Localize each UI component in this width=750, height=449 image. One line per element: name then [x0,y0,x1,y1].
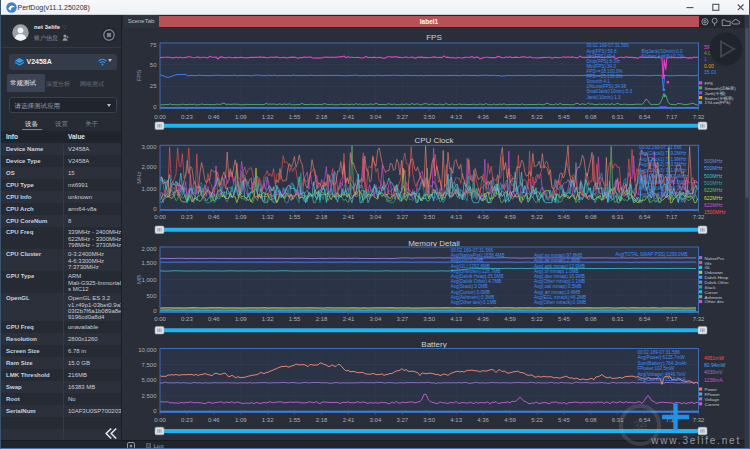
svg-text:7:32: 7:32 [693,114,705,120]
svg-text:2:18: 2:18 [316,316,328,322]
svg-text:0:46: 0:46 [208,417,220,423]
svg-text:Battery: Battery [421,340,446,349]
svg-text:3:27: 3:27 [396,417,408,423]
svg-text:4:36: 4:36 [477,114,489,120]
svg-text:4:36: 4:36 [477,417,489,423]
svg-text:6:08: 6:08 [585,417,597,423]
svg-text:2:18: 2:18 [316,417,328,423]
svg-text:1:32: 1:32 [262,316,274,322]
svg-text:5:45: 5:45 [558,114,570,120]
svg-text:Avg(TOTAL SWAP PSS):1299.0MB: Avg(TOTAL SWAP PSS):1299.0MB [615,252,687,257]
svg-text:2,000: 2,000 [141,164,157,170]
svg-text:4951mW: 4951mW [704,355,724,361]
svg-text:Sum(Battery):764.3mAh: Sum(Battery):764.3mAh [637,361,687,366]
svg-text:75: 75 [150,42,157,48]
svg-text:7:32: 7:32 [693,417,705,423]
svg-text:00:02.169-07:31.566: 00:02.169-07:31.566 [637,350,680,355]
svg-text:622MHz: 622MHz [704,202,723,208]
svg-text:3:27: 3:27 [396,114,408,120]
svg-text:Avg(Clock4):1182.4MHz: Avg(Clock4):1182.4MHz [639,174,689,179]
svg-text:6:54: 6:54 [639,214,651,220]
svg-text:0:00: 0:00 [154,417,166,423]
svg-text:6:31: 6:31 [612,114,624,120]
svg-text:2,500: 2,500 [141,393,157,399]
svg-text:3:04: 3:04 [370,114,382,120]
svg-text:0:00: 0:00 [154,316,166,322]
svg-text:3:27: 3:27 [396,214,408,220]
svg-text:6:54: 6:54 [639,114,651,120]
svg-text:1:55: 1:55 [289,417,301,423]
svg-text:1:32: 1:32 [262,114,274,120]
svg-text:5:22: 5:22 [531,114,543,120]
svg-text:6:08: 6:08 [585,316,597,322]
svg-text:3:50: 3:50 [423,316,435,322]
svg-text:6:31: 6:31 [612,214,624,220]
svg-text:5:22: 5:22 [531,316,543,322]
svg-text:Avg(Power):6125.7mW: Avg(Power):6125.7mW [637,355,685,360]
svg-text:3:04: 3:04 [370,417,382,423]
svg-text:Avg(Clock5):1145.6MHz: Avg(Clock5):1145.6MHz [639,180,689,185]
svg-text:Current: Current [705,402,720,407]
svg-text:5,000: 5,000 [141,377,157,383]
svg-text:4:13: 4:13 [450,417,462,423]
svg-text:0:46: 0:46 [208,114,220,120]
svg-text:Jank(/10min):1.3: Jank(/10min):1.3 [586,95,621,100]
svg-text:5:45: 5:45 [558,316,570,322]
svg-text:0:23: 0:23 [181,316,193,322]
svg-text:1:09: 1:09 [235,114,247,120]
svg-text:5:45: 5:45 [558,214,570,220]
svg-text:1500MHz: 1500MHz [704,209,726,215]
svg-text:7:17: 7:17 [666,214,678,220]
svg-text:10,000: 10,000 [138,347,157,353]
svg-text:1:09: 1:09 [235,316,247,322]
svg-text:Avg(Clock3):741.8MHz: Avg(Clock3):741.8MHz [639,168,687,173]
svg-text:3:50: 3:50 [423,417,435,423]
svg-text:5:22: 5:22 [531,417,543,423]
svg-text:0: 0 [153,104,157,110]
svg-text:6:08: 6:08 [585,214,597,220]
svg-text:Avg(Clock7):1318.2MHz: Avg(Clock7):1318.2MHz [639,192,689,197]
svg-text:7,500: 7,500 [141,362,157,368]
svg-text:1%Low(FPS): 1%Low(FPS) [705,100,731,105]
svg-text:Avg(Other dev):0.1MB: Avg(Other dev):0.1MB [451,300,497,305]
svg-text:7:17: 7:17 [666,114,678,120]
svg-text:1,000: 1,000 [141,186,157,192]
svg-text:80.94mW: 80.94mW [704,362,726,368]
svg-text:500: 500 [146,293,157,299]
svg-text:MHz: MHz [136,172,142,184]
svg-text:0:00: 0:00 [154,214,166,220]
svg-text:622MHz: 622MHz [704,195,723,201]
svg-text:0: 0 [153,408,157,414]
svg-text:MB: MB [136,275,142,284]
svg-text:7:32: 7:32 [693,316,705,322]
svg-text:500MHz: 500MHz [704,165,723,171]
svg-text:3:04: 3:04 [370,316,382,322]
svg-text:1:32: 1:32 [262,417,274,423]
svg-text:2:41: 2:41 [343,417,355,423]
svg-text:1:32: 1:32 [262,214,274,220]
svg-text:Avg(Voltage):4849.7mV: Avg(Voltage):4849.7mV [637,372,686,377]
svg-text:0: 0 [153,308,157,314]
svg-text:4:59: 4:59 [504,417,516,423]
svg-text:4:36: 4:36 [477,214,489,220]
svg-text:www.3elife.net: www.3elife.net [650,435,741,446]
svg-text:00:02.169-07:31.566: 00:02.169-07:31.566 [639,145,682,150]
svg-text:0:00: 0:00 [154,114,166,120]
svg-text:1236mA: 1236mA [704,377,723,383]
svg-text:50: 50 [150,62,157,68]
svg-text:Memory Detail: Memory Detail [408,239,460,248]
svg-text:3:27: 3:27 [396,316,408,322]
svg-text:0.00: 0.00 [704,63,714,69]
svg-text:2:41: 2:41 [343,214,355,220]
svg-text:4:59: 4:59 [504,214,516,220]
svg-text:6:08: 6:08 [585,114,597,120]
svg-text:2:41: 2:41 [343,114,355,120]
svg-text:Avg(Clock2):753.5MHz: Avg(Clock2):753.5MHz [639,162,687,167]
svg-text:4:13: 4:13 [450,316,462,322]
svg-text:4:13: 4:13 [450,214,462,220]
svg-text:25: 25 [150,83,157,89]
svg-text:Avg(Clock0):719.2MHz: Avg(Clock0):719.2MHz [639,151,687,156]
svg-text:3:50: 3:50 [423,214,435,220]
svg-text:0:46: 0:46 [208,214,220,220]
svg-text:1,000: 1,000 [141,277,157,283]
